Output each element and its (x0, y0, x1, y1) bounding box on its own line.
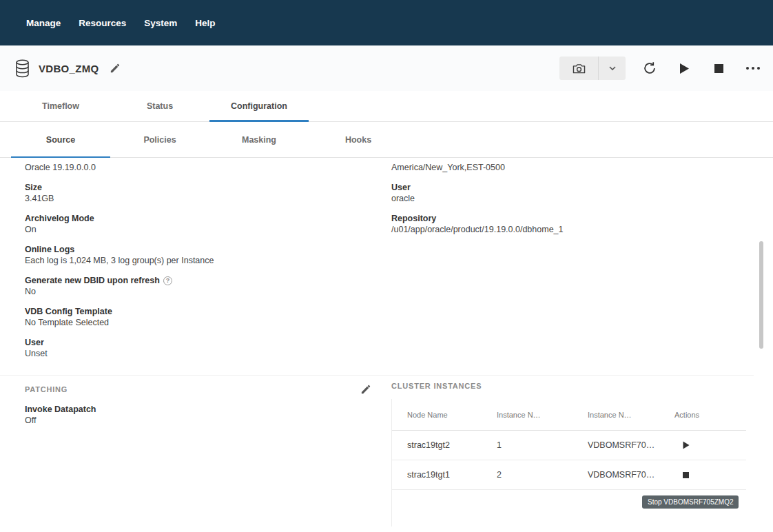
table-header-row: Node Name Instance N… Instance N… Action… (392, 399, 746, 431)
nav-item-resources[interactable]: Resources (79, 18, 126, 28)
field-size: Size 3.41GB (25, 182, 373, 204)
page-title: VDBO_ZMQ (39, 63, 99, 74)
col-header-instance-number: Instance N… (497, 411, 588, 419)
col-header-instance-name: Instance N… (588, 411, 674, 419)
title-group: VDBO_ZMQ (14, 58, 122, 79)
nav-item-help[interactable]: Help (195, 18, 215, 28)
col-header-node-name: Node Name (407, 411, 497, 419)
page-header: VDBO_ZMQ (0, 45, 773, 91)
tab-policies[interactable]: Policies (110, 122, 209, 157)
secondary-tabs: Source Policies Masking Hooks (0, 122, 773, 158)
source-config-panel: Oracle 19.19.0.0.0 Size 3.41GB Archivelo… (0, 158, 773, 532)
cell-instance-name: VDBOMSRF70… (588, 470, 674, 480)
field-archivelog-mode: Archivelog Mode On (25, 213, 373, 235)
tab-masking[interactable]: Masking (209, 122, 309, 157)
help-icon[interactable]: ? (163, 276, 172, 285)
more-actions-icon[interactable] (743, 58, 763, 79)
tab-source[interactable]: Source (11, 122, 110, 157)
tab-hooks[interactable]: Hooks (309, 122, 408, 157)
header-actions (559, 57, 765, 80)
source-details-left: Oracle 19.19.0.0.0 Size 3.41GB Archivelo… (25, 162, 373, 368)
refresh-icon[interactable] (639, 58, 660, 79)
top-navbar: Manage Resources System Help (0, 0, 773, 45)
field-generate-dbid: Generate new DBID upon refresh? No (25, 275, 373, 297)
field-invoke-datapatch: Invoke Datapatch Off (25, 404, 373, 426)
edit-title-icon[interactable] (107, 58, 122, 79)
cell-node-name: strac19tgt2 (407, 440, 497, 450)
patching-section-title: PATCHING (25, 385, 68, 393)
table-row: strac19tgt1 2 VDBOMSRF70… (392, 460, 746, 490)
field-user-left: User Unset (25, 337, 373, 359)
col-header-actions: Actions (674, 411, 747, 419)
start-instance-icon[interactable] (683, 441, 747, 449)
start-icon[interactable] (674, 58, 694, 79)
source-details-right: America/New_York,EST-0500 User oracle Re… (391, 162, 746, 244)
patching-section: PATCHING Invoke Datapatch Off (25, 382, 373, 435)
stop-instance-tooltip: Stop VDBOMSRF705ZMQ2 (642, 495, 739, 509)
nav-item-system[interactable]: System (144, 18, 177, 28)
cluster-instances-title: CLUSTER INSTANCES (391, 382, 482, 390)
table-row: strac19tgt2 1 VDBOMSRF70… (392, 431, 746, 460)
field-vdb-config-template: VDB Config Template No Template Selected (25, 306, 373, 328)
field-repository: Repository /u01/app/oracle/product/19.19… (391, 213, 746, 235)
database-icon (14, 58, 30, 79)
tab-timeflow[interactable]: Timeflow (11, 91, 110, 121)
primary-tabs: Timeflow Status Configuration (0, 91, 773, 122)
cell-instance-name: VDBOMSRF70… (588, 440, 674, 450)
field-online-logs: Online Logs Each log is 1,024 MB, 3 log … (25, 244, 373, 266)
cell-instance-number: 1 (497, 440, 588, 450)
timezone-value: America/New_York,EST-0500 (391, 162, 746, 173)
chevron-down-icon[interactable] (598, 57, 626, 80)
stop-icon[interactable] (708, 58, 729, 79)
tab-configuration[interactable]: Configuration (209, 91, 309, 121)
edit-patching-icon[interactable] (358, 382, 373, 397)
snapshot-split-button[interactable] (559, 57, 626, 80)
cell-instance-number: 2 (497, 470, 588, 480)
section-divider (0, 375, 754, 376)
nav-item-manage[interactable]: Manage (26, 18, 61, 28)
cell-node-name: strac19tgt1 (407, 470, 497, 480)
camera-icon[interactable] (559, 57, 598, 80)
stop-instance-icon[interactable] (683, 472, 747, 478)
field-user-right: User oracle (391, 182, 746, 204)
database-version-value: Oracle 19.19.0.0.0 (25, 162, 373, 173)
scrollbar-thumb[interactable] (759, 241, 763, 349)
tab-status[interactable]: Status (110, 91, 209, 121)
